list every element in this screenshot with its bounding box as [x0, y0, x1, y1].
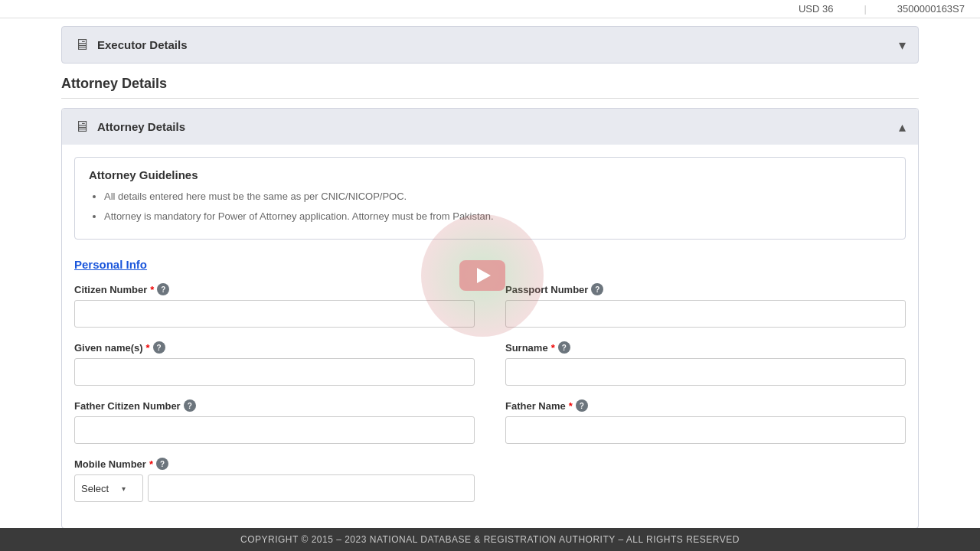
form-row-3: Father Citizen Number ? Father Name * ? [74, 399, 906, 444]
father-name-label: Father Name * ? [505, 399, 906, 412]
mobile-select-chevron-icon: ▾ [122, 484, 126, 493]
executor-monitor-icon: 🖥 [74, 36, 90, 54]
form-row-4: Mobile Number * ? Select +92 +1 +44 [74, 458, 906, 502]
surname-label: Surname * ? [505, 341, 906, 354]
executor-title: Executor Details [97, 38, 188, 51]
mobile-input-row: Select +92 +1 +44 +971 ▾ [74, 474, 475, 502]
mobile-help-icon[interactable]: ? [156, 458, 168, 470]
mobile-number-input[interactable] [148, 474, 475, 502]
attorney-monitor-icon: 🖥 [74, 118, 90, 135]
passport-number-input[interactable] [505, 300, 906, 328]
surname-input[interactable] [505, 358, 906, 386]
surname-help-icon[interactable]: ? [558, 341, 570, 354]
top-bar-divider: | [864, 3, 866, 15]
attorney-header-left: 🖥 Attorney Details [74, 118, 185, 135]
given-names-help-icon[interactable]: ? [153, 341, 165, 354]
passport-number-label: Passport Number ? [505, 283, 906, 295]
attorney-details-header[interactable]: 🖥 Attorney Details ▴ [62, 109, 918, 145]
mobile-placeholder-group [505, 458, 906, 502]
mobile-group: Mobile Number * ? Select +92 +1 +44 [74, 458, 475, 502]
guideline-item-1: All details entered here must be the sam… [104, 189, 891, 204]
attorney-title: Attorney Details [97, 120, 185, 133]
given-names-group: Given name(s) * ? [74, 341, 475, 386]
guidelines-title: Attorney Guidelines [89, 168, 891, 181]
father-citizen-group: Father Citizen Number ? [74, 399, 475, 444]
top-bar: USD 36 | 3500000163S7 [0, 0, 980, 18]
given-names-label: Given name(s) * ? [74, 341, 475, 354]
citizen-required-star: * [150, 284, 154, 295]
guidelines-box: Attorney Guidelines All details entered … [74, 157, 906, 240]
citizen-number-input[interactable] [74, 300, 475, 328]
father-citizen-label: Father Citizen Number ? [74, 399, 475, 412]
mobile-country-select-wrap[interactable]: Select +92 +1 +44 +971 ▾ [74, 474, 143, 502]
executor-header-left: 🖥 Executor Details [74, 36, 188, 54]
guideline-item-2: Attorney is mandatory for Power of Attor… [104, 209, 891, 224]
executor-details-header[interactable]: 🖥 Executor Details ▾ [62, 27, 918, 63]
footer: COPYRIGHT © 2015 – 2023 NATIONAL DATABAS… [0, 528, 980, 551]
form-row-2: Given name(s) * ? Surname * ? [74, 341, 906, 386]
executor-chevron-down-icon: ▾ [899, 37, 906, 54]
father-citizen-input[interactable] [74, 416, 475, 444]
mobile-required-star: * [149, 458, 153, 470]
attorney-details-heading: Attorney Details [61, 76, 919, 99]
father-name-group: Father Name * ? [505, 399, 906, 444]
citizen-number-group: Citizen Number * ? [74, 283, 475, 328]
father-name-help-icon[interactable]: ? [576, 399, 588, 412]
attorney-form: Citizen Number * ? Passport Number ? [62, 283, 918, 528]
attorney-details-accordion: 🖥 Attorney Details ▴ Attorney Guidelines… [61, 108, 919, 529]
father-citizen-help-icon[interactable]: ? [184, 399, 196, 412]
executor-details-accordion: 🖥 Executor Details ▾ [61, 26, 919, 64]
currency-info: USD 36 [799, 3, 834, 15]
footer-text: COPYRIGHT © 2015 – 2023 NATIONAL DATABAS… [240, 534, 740, 545]
guidelines-list: All details entered here must be the sam… [89, 189, 891, 223]
form-row-1: Citizen Number * ? Passport Number ? [74, 283, 906, 328]
given-names-required-star: * [146, 342, 150, 354]
citizen-number-label: Citizen Number * ? [74, 283, 475, 295]
surname-group: Surname * ? [505, 341, 906, 386]
citizen-help-icon[interactable]: ? [157, 283, 169, 295]
top-bar-info: USD 36 | 3500000163S7 [799, 3, 965, 15]
attorney-chevron-up-icon: ▴ [899, 119, 906, 135]
page-wrapper: USD 36 | 3500000163S7 🖥 Executor Details… [0, 0, 980, 551]
mobile-country-select[interactable]: Select +92 +1 +44 +971 [81, 483, 122, 494]
mobile-label: Mobile Number * ? [74, 458, 475, 470]
passport-help-icon[interactable]: ? [591, 283, 603, 295]
father-name-input[interactable] [505, 416, 906, 444]
personal-info-link[interactable]: Personal Info [74, 258, 147, 271]
father-name-required-star: * [569, 400, 573, 412]
surname-required-star: * [551, 342, 555, 354]
passport-number-group: Passport Number ? [505, 283, 906, 328]
account-number: 3500000163S7 [897, 3, 965, 15]
given-names-input[interactable] [74, 358, 475, 386]
main-content: 🖥 Executor Details ▾ Attorney Details 🖥 … [0, 18, 980, 551]
